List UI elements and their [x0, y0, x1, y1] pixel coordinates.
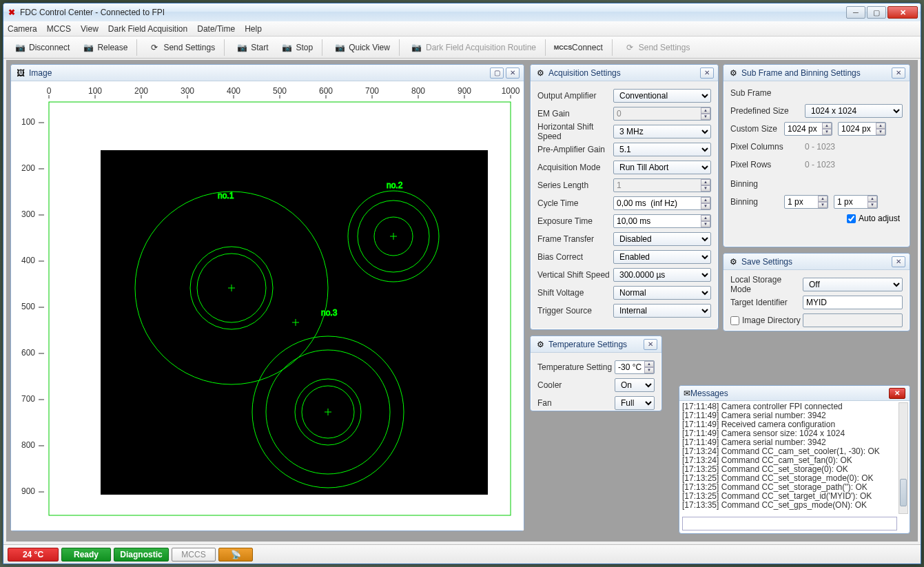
- svg-text:700: 700: [365, 86, 379, 96]
- save-close-button[interactable]: ✕: [892, 256, 905, 267]
- temp-close-button[interactable]: ✕: [644, 339, 657, 350]
- label-mode: Acquisition Mode: [537, 163, 613, 172]
- vss-select[interactable]: 300.0000 µs: [613, 268, 711, 282]
- play-icon: 📷: [236, 42, 248, 53]
- pixcols-value: 0 - 1023: [805, 142, 835, 152]
- label-pixrows: Pixel Rows: [730, 160, 805, 169]
- preamp-select[interactable]: 5.1: [613, 143, 711, 156]
- status-diag[interactable]: Diagnostic: [114, 548, 169, 561]
- mode-select[interactable]: Run Till Abort: [613, 161, 711, 174]
- target-input[interactable]: [803, 296, 903, 309]
- quickview-button[interactable]: 📷Quick View: [327, 40, 396, 55]
- image-canvas[interactable]: 01002003004005006007008009001000 1002003…: [11, 81, 524, 529]
- connect-button[interactable]: MCCSConnect: [551, 40, 609, 55]
- gear-icon: ⚙: [728, 68, 739, 79]
- image-panel: 🖼 Image ▢ ✕ 0100200300400500600700800900…: [10, 64, 524, 531]
- svg-text:100: 100: [88, 86, 102, 96]
- statusbar: 24 °C Ready Diagnostic MCCS 📡: [3, 544, 921, 564]
- shiftv-select[interactable]: Normal: [613, 286, 711, 300]
- svg-text:500: 500: [273, 86, 287, 96]
- label-preamp: Pre-Amplifier Gain: [537, 145, 613, 154]
- messages-close-button[interactable]: ✕: [889, 388, 905, 399]
- label-fan: Fan: [537, 398, 615, 408]
- subframe-close-button[interactable]: ✕: [892, 68, 905, 79]
- status-temp[interactable]: 24 °C: [8, 548, 59, 561]
- hss-select[interactable]: 3 MHz: [613, 125, 711, 138]
- label-output-amplifier: Output Amplifier: [537, 91, 613, 101]
- temp-title: Temperature Settings: [548, 340, 641, 349]
- svg-text:no.3: no.3: [321, 308, 338, 318]
- eye-icon: 📷: [333, 42, 346, 53]
- subframe-panel: ⚙ Sub Frame and Binning Settings ✕ Sub F…: [723, 64, 910, 247]
- cooler-select[interactable]: On: [615, 378, 655, 392]
- svg-text:200: 200: [134, 86, 148, 96]
- svg-text:600: 600: [21, 348, 35, 358]
- storage-select[interactable]: Off: [803, 278, 903, 291]
- output-amplifier-select[interactable]: Conventional: [613, 89, 711, 103]
- image-panel-title: Image: [29, 68, 488, 78]
- status-ready[interactable]: Ready: [61, 548, 111, 561]
- cycle-input[interactable]: [613, 196, 711, 210]
- label-binning: Binning: [730, 197, 784, 207]
- subframe-heading: Sub Frame: [730, 88, 903, 98]
- disconnect-button[interactable]: 📷Disconnect: [8, 40, 76, 55]
- image-restore-button[interactable]: ▢: [490, 68, 504, 79]
- exposure-input[interactable]: [613, 214, 711, 228]
- fan-select[interactable]: Full: [615, 396, 655, 410]
- status-satellite[interactable]: 📡: [218, 548, 253, 561]
- maximize-button[interactable]: ▢: [867, 6, 886, 19]
- svg-text:600: 600: [319, 86, 333, 96]
- titlebar: ✖ FDC Control Center - Connected to FPI …: [3, 3, 921, 21]
- frame-select[interactable]: Disabled: [613, 232, 711, 246]
- send-icon: ⟳: [148, 42, 161, 53]
- start-button[interactable]: 📷Start: [229, 40, 274, 55]
- svg-text:500: 500: [21, 302, 35, 311]
- acquisition-panel: ⚙ Acquisition Settings ✕ Output Amplifie…: [530, 64, 719, 330]
- label-em-gain: EM Gain: [537, 109, 613, 118]
- label-predef: Predefined Size: [730, 106, 805, 116]
- send-settings-button[interactable]: ⟳Send Settings: [142, 40, 221, 55]
- window-title: FDC Control Center - Connected to FPI: [20, 8, 846, 17]
- label-cooler: Cooler: [537, 380, 615, 390]
- predef-select[interactable]: 1024 x 1024: [805, 104, 903, 118]
- menu-camera[interactable]: Camera: [8, 24, 37, 34]
- close-button[interactable]: ✕: [887, 6, 918, 19]
- trigger-select[interactable]: Internal: [613, 304, 711, 318]
- messages-list[interactable]: [17:11:48] Camera controller FPI connect…: [679, 401, 910, 511]
- label-vss: Vertical Shift Speed: [537, 270, 613, 280]
- svg-text:800: 800: [411, 86, 425, 96]
- messages-input[interactable]: [682, 517, 897, 530]
- svg-text:300: 300: [181, 86, 194, 96]
- label-cycle: Cycle Time: [537, 198, 613, 208]
- label-frame: Frame Transfer: [537, 234, 613, 244]
- series-input: [613, 178, 711, 192]
- label-imgdir: Image Directory: [742, 316, 803, 325]
- label-trigger: Trigger Source: [537, 306, 613, 316]
- dfa-routine-button: 📷Dark Field Acquisition Routine: [404, 40, 542, 55]
- camera-icon: 📷: [14, 42, 26, 53]
- image-close-button[interactable]: ✕: [506, 68, 520, 79]
- release-button[interactable]: 📷Release: [76, 40, 134, 55]
- menu-dfa[interactable]: Dark Field Acquisition: [108, 24, 187, 34]
- label-target: Target Identifier: [730, 298, 803, 307]
- auto-adjust-checkbox[interactable]: [847, 214, 856, 223]
- acq-title: Acquisition Settings: [548, 68, 698, 78]
- svg-text:1000: 1000: [502, 86, 520, 96]
- menu-help[interactable]: Help: [245, 24, 262, 34]
- svg-text:no.2: no.2: [387, 181, 403, 190]
- imgdir-input: [803, 313, 903, 327]
- binning-heading: Binning: [730, 179, 903, 189]
- minimize-button[interactable]: ─: [846, 6, 865, 19]
- bias-select[interactable]: Enabled: [613, 250, 711, 264]
- menu-datetime[interactable]: Date/Time: [197, 24, 235, 34]
- stop-button[interactable]: 📷Stop: [274, 40, 319, 55]
- imgdir-checkbox[interactable]: [730, 316, 739, 325]
- label-storage: Local Storage Mode: [730, 275, 803, 294]
- send-settings2-button: ⟳Send Settings: [617, 40, 697, 55]
- menu-mccs[interactable]: MCCS: [47, 24, 71, 34]
- svg-text:no.1: no.1: [218, 191, 234, 200]
- status-mccs[interactable]: MCCS: [172, 548, 216, 561]
- acq-close-button[interactable]: ✕: [700, 68, 714, 79]
- menu-view[interactable]: View: [81, 24, 99, 34]
- messages-scrollbar[interactable]: [899, 402, 908, 514]
